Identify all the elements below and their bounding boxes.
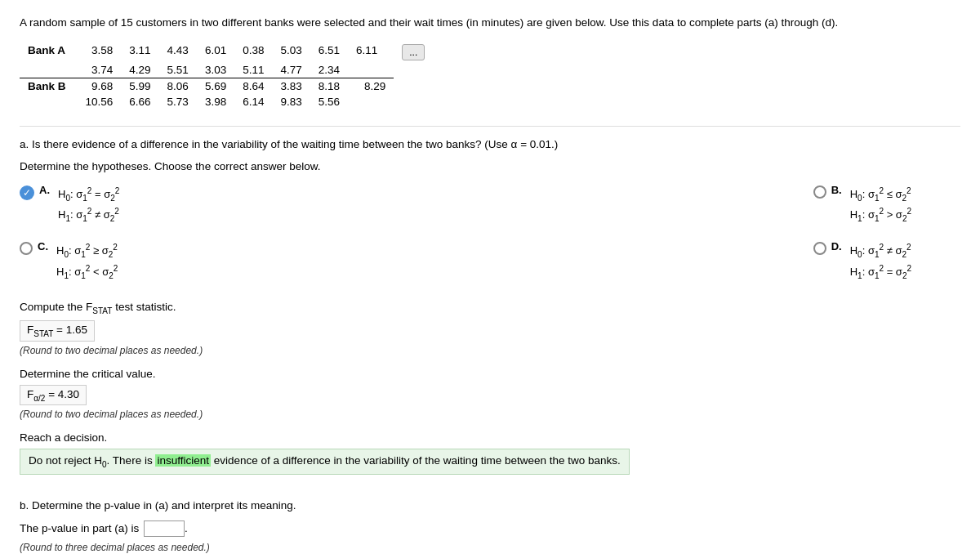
- round-note-2: (Round to two decimal places as needed.): [20, 409, 960, 420]
- bankb-r1c3: 8.06: [159, 78, 197, 95]
- banka-r1c8: 6.11: [348, 42, 394, 62]
- bankb-r2c4: 3.98: [197, 94, 234, 109]
- hypothesis-option-c[interactable]: C. H0: σ12 ≥ σ22 H1: σ12 < σ22: [20, 237, 490, 286]
- option-d-radio: [813, 242, 826, 255]
- intro-text: A random sample of 15 customers in two d…: [20, 15, 960, 31]
- falpha-label: Fα/2: [27, 388, 45, 400]
- bankb-r2c1: 10.56: [78, 94, 122, 109]
- fstat-equals: =: [56, 324, 66, 336]
- compute-fstat-section: Compute the FSTAT test statistic. FSTAT …: [20, 301, 960, 355]
- banka-r2c6: 4.77: [272, 62, 310, 78]
- critical-value-section: Determine the critical value. Fα/2 = 4.3…: [20, 368, 960, 421]
- option-b-radio: [813, 185, 826, 199]
- banka-r1c7: 6.51: [310, 42, 348, 62]
- determine-hypotheses-text: Determine the hypotheses. Choose the cor…: [20, 160, 960, 172]
- option-a-checkmark: ✓: [20, 185, 34, 200]
- part-a-title: a. Is there evidence of a difference in …: [20, 136, 960, 153]
- option-b-label: B.: [831, 184, 842, 196]
- option-c-label: C.: [38, 240, 48, 252]
- fstat-value-box[interactable]: FSTAT = 1.65: [20, 320, 95, 342]
- banka-r2c2: 4.29: [121, 62, 158, 78]
- decision-section: Reach a decision. Do not reject H0. Ther…: [20, 431, 960, 486]
- compute-title: Compute the FSTAT test statistic.: [20, 301, 960, 315]
- option-d-label: D.: [831, 240, 842, 252]
- decision-text-1: Do not reject H0. There is: [29, 454, 155, 467]
- bank-b-label: Bank B: [20, 78, 78, 95]
- data-table: Bank A 3.58 3.11 4.43 6.01 0.38 5.03 6.5…: [20, 42, 433, 109]
- hypotheses-grid: ✓ A. H0: σ12 = σ22 H1: σ12 ≠ σ22 B. H0: …: [20, 181, 960, 287]
- crit-title: Determine the critical value.: [20, 368, 960, 380]
- hypothesis-option-d[interactable]: D. H0: σ12 ≠ σ22 H1: σ12 = σ22: [490, 237, 960, 286]
- banka-r2c4: 3.03: [197, 62, 234, 78]
- hypothesis-option-b[interactable]: B. H0: σ12 ≤ σ22 H1: σ12 > σ22: [490, 181, 960, 230]
- banka-r2c3: 5.51: [159, 62, 197, 78]
- part-b-section: b. Determine the p-value in (a) and inte…: [20, 498, 960, 553]
- bankb-r1c7: 8.18: [310, 78, 348, 95]
- bankb-r1c5: 8.64: [234, 78, 272, 95]
- pvalue-prompt-text: The p-value in part (a) is: [20, 522, 139, 534]
- banka-r2c1: 3.74: [78, 62, 122, 78]
- banka-r1c2: 3.11: [121, 42, 158, 62]
- fstat-value: 1.65: [66, 324, 87, 336]
- round-note-3: (Round to three decimal places as needed…: [20, 542, 960, 553]
- option-a-text: H0: σ12 = σ22 H1: σ12 ≠ σ22: [58, 184, 119, 226]
- round-note-1: (Round to two decimal places as needed.): [20, 345, 960, 356]
- banka-r2c5: 5.11: [234, 62, 272, 78]
- falpha-value: 4.30: [58, 388, 79, 400]
- option-d-text: H0: σ12 ≠ σ22 H1: σ12 = σ22: [850, 240, 911, 283]
- banka-r1c6: 5.03: [272, 42, 310, 62]
- pvalue-prompt-line: The p-value in part (a) is .: [20, 520, 960, 537]
- decision-text-3: evidence of a difference in the variabil…: [211, 454, 621, 467]
- bankb-r2c5: 6.14: [234, 94, 272, 109]
- bankb-r2c6: 9.83: [272, 94, 310, 109]
- divider-1: [20, 126, 960, 127]
- hypothesis-option-a[interactable]: ✓ A. H0: σ12 = σ22 H1: σ12 ≠ σ22: [20, 181, 490, 230]
- bankb-r2c7: 5.56: [310, 94, 348, 109]
- option-c-radio: [20, 242, 33, 255]
- bankb-r2c3: 5.73: [159, 94, 197, 109]
- reach-decision-title: Reach a decision.: [20, 431, 960, 444]
- fstat-label: FSTAT: [27, 324, 53, 336]
- falpha-value-box[interactable]: Fα/2 = 4.30: [20, 385, 87, 406]
- option-c-text: H0: σ12 ≥ σ22 H1: σ12 < σ22: [56, 240, 118, 283]
- bankb-r1c6: 3.83: [272, 78, 310, 95]
- decision-highlight: insufficient: [155, 454, 211, 467]
- bankb-r1c4: 5.69: [197, 78, 234, 95]
- banka-r1c4: 6.01: [197, 42, 234, 62]
- decision-box: Do not reject H0. There is insufficient …: [20, 449, 630, 475]
- more-button[interactable]: ...: [402, 44, 425, 60]
- pvalue-input[interactable]: [144, 520, 185, 537]
- option-a-label: A.: [39, 184, 50, 196]
- banka-r1c1: 3.58: [78, 42, 122, 62]
- stat-subscript: STAT: [92, 306, 112, 315]
- bankb-r1c1: 9.68: [78, 78, 122, 95]
- banka-r1c5: 0.38: [234, 42, 272, 62]
- part-b-title: b. Determine the p-value in (a) and inte…: [20, 498, 960, 514]
- falpha-equals: =: [48, 388, 58, 400]
- expand-icon-placeholder: ...: [394, 42, 433, 62]
- banka-r2c7: 2.34: [310, 62, 348, 78]
- bankb-r1c2: 5.99: [121, 78, 158, 95]
- option-b-text: H0: σ12 ≤ σ22 H1: σ12 > σ22: [850, 184, 911, 226]
- bankb-r1c8: 8.29: [348, 78, 394, 95]
- bank-a-label: Bank A: [20, 42, 78, 62]
- banka-r1c3: 4.43: [159, 42, 197, 62]
- bankb-r2c2: 6.66: [121, 94, 158, 109]
